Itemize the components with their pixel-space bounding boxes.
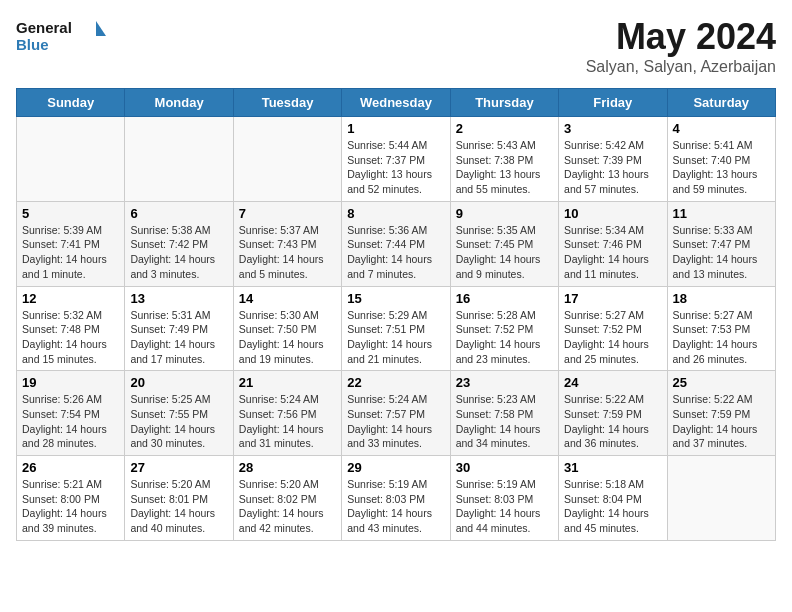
calendar-cell: 14Sunrise: 5:30 AMSunset: 7:50 PMDayligh… (233, 286, 341, 371)
col-header-thursday: Thursday (450, 89, 558, 117)
day-number: 16 (456, 291, 553, 306)
col-header-sunday: Sunday (17, 89, 125, 117)
cell-info: Sunrise: 5:38 AMSunset: 7:42 PMDaylight:… (130, 223, 227, 282)
cell-info: Sunrise: 5:25 AMSunset: 7:55 PMDaylight:… (130, 392, 227, 451)
cell-info: Sunrise: 5:30 AMSunset: 7:50 PMDaylight:… (239, 308, 336, 367)
title-area: May 2024 Salyan, Salyan, Azerbaijan (586, 16, 776, 76)
calendar-cell: 11Sunrise: 5:33 AMSunset: 7:47 PMDayligh… (667, 201, 775, 286)
calendar-cell: 28Sunrise: 5:20 AMSunset: 8:02 PMDayligh… (233, 456, 341, 541)
svg-text:General: General (16, 19, 72, 36)
cell-info: Sunrise: 5:23 AMSunset: 7:58 PMDaylight:… (456, 392, 553, 451)
svg-text:Blue: Blue (16, 36, 49, 53)
calendar-table: SundayMondayTuesdayWednesdayThursdayFrid… (16, 88, 776, 541)
calendar-cell: 15Sunrise: 5:29 AMSunset: 7:51 PMDayligh… (342, 286, 450, 371)
cell-info: Sunrise: 5:31 AMSunset: 7:49 PMDaylight:… (130, 308, 227, 367)
day-number: 4 (673, 121, 770, 136)
calendar-cell: 23Sunrise: 5:23 AMSunset: 7:58 PMDayligh… (450, 371, 558, 456)
day-number: 26 (22, 460, 119, 475)
day-number: 22 (347, 375, 444, 390)
calendar-cell: 7Sunrise: 5:37 AMSunset: 7:43 PMDaylight… (233, 201, 341, 286)
cell-info: Sunrise: 5:27 AMSunset: 7:52 PMDaylight:… (564, 308, 661, 367)
cell-info: Sunrise: 5:19 AMSunset: 8:03 PMDaylight:… (347, 477, 444, 536)
day-number: 24 (564, 375, 661, 390)
svg-marker-2 (96, 21, 106, 36)
calendar-cell: 17Sunrise: 5:27 AMSunset: 7:52 PMDayligh… (559, 286, 667, 371)
cell-info: Sunrise: 5:26 AMSunset: 7:54 PMDaylight:… (22, 392, 119, 451)
cell-info: Sunrise: 5:20 AMSunset: 8:02 PMDaylight:… (239, 477, 336, 536)
calendar-cell: 5Sunrise: 5:39 AMSunset: 7:41 PMDaylight… (17, 201, 125, 286)
calendar-cell: 16Sunrise: 5:28 AMSunset: 7:52 PMDayligh… (450, 286, 558, 371)
cell-info: Sunrise: 5:43 AMSunset: 7:38 PMDaylight:… (456, 138, 553, 197)
calendar-cell: 13Sunrise: 5:31 AMSunset: 7:49 PMDayligh… (125, 286, 233, 371)
day-number: 30 (456, 460, 553, 475)
day-number: 6 (130, 206, 227, 221)
day-number: 8 (347, 206, 444, 221)
calendar-cell: 2Sunrise: 5:43 AMSunset: 7:38 PMDaylight… (450, 117, 558, 202)
calendar-cell: 26Sunrise: 5:21 AMSunset: 8:00 PMDayligh… (17, 456, 125, 541)
cell-info: Sunrise: 5:35 AMSunset: 7:45 PMDaylight:… (456, 223, 553, 282)
month-title: May 2024 (586, 16, 776, 58)
calendar-cell: 27Sunrise: 5:20 AMSunset: 8:01 PMDayligh… (125, 456, 233, 541)
calendar-cell: 4Sunrise: 5:41 AMSunset: 7:40 PMDaylight… (667, 117, 775, 202)
cell-info: Sunrise: 5:28 AMSunset: 7:52 PMDaylight:… (456, 308, 553, 367)
cell-info: Sunrise: 5:42 AMSunset: 7:39 PMDaylight:… (564, 138, 661, 197)
day-number: 28 (239, 460, 336, 475)
page-header: General Blue May 2024 Salyan, Salyan, Az… (16, 16, 776, 76)
week-row-2: 5Sunrise: 5:39 AMSunset: 7:41 PMDaylight… (17, 201, 776, 286)
day-number: 15 (347, 291, 444, 306)
calendar-cell: 1Sunrise: 5:44 AMSunset: 7:37 PMDaylight… (342, 117, 450, 202)
week-row-4: 19Sunrise: 5:26 AMSunset: 7:54 PMDayligh… (17, 371, 776, 456)
day-number: 5 (22, 206, 119, 221)
day-number: 11 (673, 206, 770, 221)
day-number: 17 (564, 291, 661, 306)
col-header-saturday: Saturday (667, 89, 775, 117)
calendar-cell: 29Sunrise: 5:19 AMSunset: 8:03 PMDayligh… (342, 456, 450, 541)
cell-info: Sunrise: 5:39 AMSunset: 7:41 PMDaylight:… (22, 223, 119, 282)
day-number: 20 (130, 375, 227, 390)
day-number: 1 (347, 121, 444, 136)
day-number: 19 (22, 375, 119, 390)
cell-info: Sunrise: 5:29 AMSunset: 7:51 PMDaylight:… (347, 308, 444, 367)
day-number: 9 (456, 206, 553, 221)
cell-info: Sunrise: 5:33 AMSunset: 7:47 PMDaylight:… (673, 223, 770, 282)
day-number: 27 (130, 460, 227, 475)
calendar-cell: 3Sunrise: 5:42 AMSunset: 7:39 PMDaylight… (559, 117, 667, 202)
cell-info: Sunrise: 5:37 AMSunset: 7:43 PMDaylight:… (239, 223, 336, 282)
calendar-cell: 10Sunrise: 5:34 AMSunset: 7:46 PMDayligh… (559, 201, 667, 286)
week-row-1: 1Sunrise: 5:44 AMSunset: 7:37 PMDaylight… (17, 117, 776, 202)
calendar-cell: 31Sunrise: 5:18 AMSunset: 8:04 PMDayligh… (559, 456, 667, 541)
calendar-cell: 24Sunrise: 5:22 AMSunset: 7:59 PMDayligh… (559, 371, 667, 456)
day-number: 3 (564, 121, 661, 136)
calendar-cell (233, 117, 341, 202)
calendar-header-row: SundayMondayTuesdayWednesdayThursdayFrid… (17, 89, 776, 117)
calendar-cell: 9Sunrise: 5:35 AMSunset: 7:45 PMDaylight… (450, 201, 558, 286)
day-number: 21 (239, 375, 336, 390)
cell-info: Sunrise: 5:22 AMSunset: 7:59 PMDaylight:… (673, 392, 770, 451)
col-header-tuesday: Tuesday (233, 89, 341, 117)
calendar-cell: 22Sunrise: 5:24 AMSunset: 7:57 PMDayligh… (342, 371, 450, 456)
logo: General Blue (16, 16, 106, 56)
day-number: 12 (22, 291, 119, 306)
cell-info: Sunrise: 5:24 AMSunset: 7:56 PMDaylight:… (239, 392, 336, 451)
calendar-cell: 18Sunrise: 5:27 AMSunset: 7:53 PMDayligh… (667, 286, 775, 371)
cell-info: Sunrise: 5:22 AMSunset: 7:59 PMDaylight:… (564, 392, 661, 451)
calendar-cell: 6Sunrise: 5:38 AMSunset: 7:42 PMDaylight… (125, 201, 233, 286)
week-row-5: 26Sunrise: 5:21 AMSunset: 8:00 PMDayligh… (17, 456, 776, 541)
calendar-cell: 19Sunrise: 5:26 AMSunset: 7:54 PMDayligh… (17, 371, 125, 456)
day-number: 25 (673, 375, 770, 390)
calendar-cell: 20Sunrise: 5:25 AMSunset: 7:55 PMDayligh… (125, 371, 233, 456)
col-header-friday: Friday (559, 89, 667, 117)
col-header-monday: Monday (125, 89, 233, 117)
calendar-cell (17, 117, 125, 202)
calendar-cell: 30Sunrise: 5:19 AMSunset: 8:03 PMDayligh… (450, 456, 558, 541)
day-number: 14 (239, 291, 336, 306)
day-number: 2 (456, 121, 553, 136)
cell-info: Sunrise: 5:20 AMSunset: 8:01 PMDaylight:… (130, 477, 227, 536)
cell-info: Sunrise: 5:36 AMSunset: 7:44 PMDaylight:… (347, 223, 444, 282)
calendar-cell: 21Sunrise: 5:24 AMSunset: 7:56 PMDayligh… (233, 371, 341, 456)
logo-svg: General Blue (16, 16, 106, 56)
cell-info: Sunrise: 5:41 AMSunset: 7:40 PMDaylight:… (673, 138, 770, 197)
calendar-cell (667, 456, 775, 541)
cell-info: Sunrise: 5:32 AMSunset: 7:48 PMDaylight:… (22, 308, 119, 367)
cell-info: Sunrise: 5:24 AMSunset: 7:57 PMDaylight:… (347, 392, 444, 451)
